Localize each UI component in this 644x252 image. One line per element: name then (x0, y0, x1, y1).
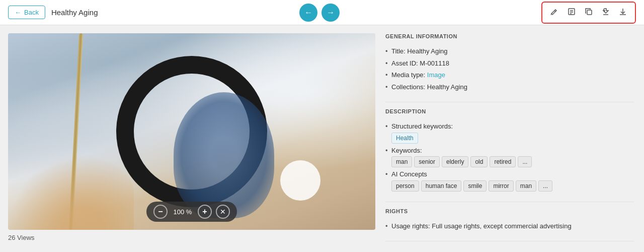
tag-old: old (470, 156, 488, 167)
tag-mirror: mirror (489, 180, 513, 192)
copy-icon (585, 8, 593, 17)
svg-line-0 (554, 11, 555, 12)
next-button[interactable]: → (321, 4, 340, 22)
tag-health: Health (391, 133, 418, 144)
tag-man-ai: man (516, 180, 536, 192)
image-toolbar: − 100 % + ✕ (146, 202, 237, 222)
media-type-item: Media type: Image (385, 69, 634, 81)
collections-item: Collections: Healthy Aging (385, 81, 634, 93)
zoom-out-button[interactable]: − (153, 205, 168, 219)
tag-smile: smile (463, 180, 487, 192)
media-type-label: Media type: (391, 71, 427, 79)
back-arrow-icon: ← (15, 9, 21, 16)
description-section: DESCRIPTION Structured keywords: Health … (385, 108, 634, 193)
ai-concepts-label: AI Concepts (391, 170, 427, 178)
keywords-item: Keywords: man senior elderly old retired… (385, 145, 634, 169)
structured-keywords-item: Structured keywords: Health (385, 120, 634, 145)
download-button[interactable] (615, 5, 631, 21)
back-button[interactable]: ← Back (8, 6, 45, 19)
asset-image (8, 33, 375, 230)
reset-zoom-button[interactable]: ✕ (216, 205, 230, 219)
ai-concepts-item: AI Concepts person human face smile mirr… (385, 168, 634, 193)
ai-concepts-tags: person human face smile mirror man ... (391, 180, 634, 192)
general-info-title: GENERAL INFORMATION (385, 33, 634, 41)
general-info-section: GENERAL INFORMATION Title: Healthy Aging… (385, 33, 634, 93)
asset-id-item: Asset ID: M-001118 (385, 57, 634, 70)
structured-keywords-label: Structured keywords: (391, 122, 453, 130)
share-icon (602, 8, 610, 17)
person-hint (174, 92, 274, 218)
tag-senior: senior (414, 156, 440, 167)
tag-man: man (391, 156, 412, 167)
zoom-level: 100 % (172, 208, 194, 216)
tag-person: person (391, 180, 419, 192)
tag-human-face: human face (421, 180, 462, 192)
annotate-button[interactable] (546, 5, 562, 21)
general-title-item: Title: Healthy Aging (385, 45, 634, 57)
ai-concepts-more-button[interactable]: ... (538, 180, 552, 192)
description-title: DESCRIPTION (385, 108, 634, 116)
rights-section: RIGHTS Usage rights: Full usage rights, … (385, 208, 634, 232)
prev-button[interactable]: ← (299, 4, 317, 22)
header-left: ← Back Healthy Aging (8, 6, 98, 19)
usage-rights-item: Usage rights: Full usage rights, except … (385, 220, 634, 232)
share-button[interactable] (598, 5, 614, 21)
tag-elderly: elderly (442, 156, 468, 167)
structured-keywords-tags: Health (391, 133, 634, 144)
edit-icon (568, 8, 576, 17)
image-panel: − 100 % + ✕ 26 Views (8, 33, 375, 244)
svg-rect-6 (587, 10, 592, 15)
page-title: Healthy Aging (51, 8, 98, 17)
download-icon (619, 8, 627, 17)
views-label: 26 Views (8, 234, 375, 241)
main-content: − 100 % + ✕ 26 Views GENERAL INFORMATION… (0, 25, 644, 252)
rights-list: Usage rights: Full usage rights, except … (385, 220, 634, 232)
nav-controls: ← → (299, 4, 340, 22)
keywords-label: Keywords: (391, 147, 422, 154)
copy-button[interactable] (581, 5, 597, 21)
media-type-link[interactable]: Image (427, 71, 445, 79)
info-panel: GENERAL INFORMATION Title: Healthy Aging… (385, 33, 636, 244)
rights-title: RIGHTS (385, 208, 634, 216)
annotate-icon (550, 8, 558, 17)
tag-retired: retired (490, 156, 516, 167)
back-label: Back (24, 9, 39, 16)
description-list: Structured keywords: Health Keywords: ma… (385, 120, 634, 193)
keywords-more-button[interactable]: ... (518, 156, 532, 167)
edit-button[interactable] (564, 5, 580, 21)
image-container: − 100 % + ✕ (8, 33, 375, 230)
app-header: ← Back Healthy Aging ← → (0, 0, 644, 25)
white-circle-overlay (280, 160, 320, 201)
keywords-tags: man senior elderly old retired ... (391, 156, 634, 167)
svg-line-1 (551, 14, 551, 15)
general-info-list: Title: Healthy Aging Asset ID: M-001118 … (385, 45, 634, 93)
zoom-in-button[interactable]: + (198, 205, 212, 219)
toolbar-actions (541, 2, 636, 24)
